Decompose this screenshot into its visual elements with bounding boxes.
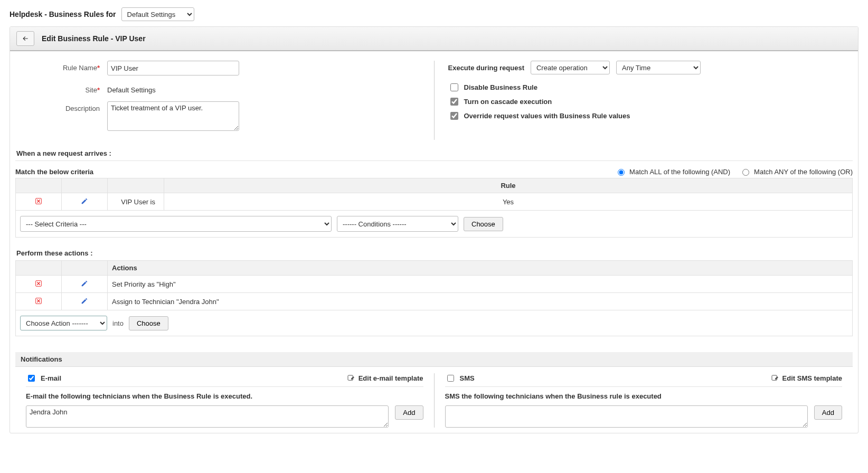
notifications-header: Notifications <box>15 352 853 367</box>
panel-title: Edit Business Rule - VIP User <box>42 34 146 43</box>
rule-name-label: Rule Name <box>63 64 97 72</box>
execute-time-select[interactable]: Any Time <box>616 61 701 74</box>
match-all-option[interactable]: Match ALL of the following (AND) <box>615 167 730 176</box>
delete-criteria-button[interactable] <box>33 196 44 206</box>
criteria-row: VIP User is Yes <box>16 193 853 211</box>
edit-email-template-label: Edit e-mail template <box>358 374 423 382</box>
site-select[interactable]: Default Settings <box>121 7 194 21</box>
delete-icon <box>34 197 43 205</box>
override-checkbox[interactable] <box>450 112 458 120</box>
arrow-left-icon <box>21 35 30 42</box>
back-button[interactable] <box>16 31 34 46</box>
match-criteria-label: Match the below criteria <box>15 168 93 176</box>
email-toggle-row[interactable]: E-mail <box>26 373 61 383</box>
sms-add-button[interactable]: Add <box>814 405 842 420</box>
action-row: Assign to Technician "Jendra John" <box>16 293 853 310</box>
disable-rule-checkbox[interactable] <box>450 83 458 91</box>
disable-rule-row[interactable]: Disable Business Rule <box>448 82 843 93</box>
execute-during-label: Execute during request <box>448 64 524 72</box>
select-criteria-dropdown[interactable]: --- Select Criteria --- <box>20 216 332 232</box>
sms-sub-label: SMS the following technicians when the B… <box>445 392 843 400</box>
site-value: Default Settings <box>107 83 156 94</box>
criteria-col-rule: Rule <box>164 178 853 193</box>
sms-technicians-textarea[interactable] <box>445 405 808 428</box>
edit-icon <box>80 279 89 288</box>
edit-sms-template-label: Edit SMS template <box>782 374 842 382</box>
action-choose-button[interactable]: Choose <box>129 316 168 330</box>
divider <box>15 160 853 161</box>
edit-email-template-link[interactable]: Edit e-mail template <box>347 374 423 383</box>
email-checkbox[interactable] <box>28 375 35 382</box>
sms-checkbox[interactable] <box>447 375 454 382</box>
actions-col-header: Actions <box>108 261 853 276</box>
actions-col-edit <box>62 261 108 276</box>
match-all-label: Match ALL of the following (AND) <box>629 168 730 176</box>
cascade-row[interactable]: Turn on cascade execution <box>448 96 843 107</box>
edit-icon <box>80 197 89 205</box>
match-any-label: Match ANY of the following (OR) <box>754 168 853 176</box>
cascade-label: Turn on cascade execution <box>464 98 552 106</box>
cascade-checkbox[interactable] <box>450 98 458 106</box>
edit-sms-template-link[interactable]: Edit SMS template <box>771 374 842 383</box>
edit-action-button[interactable] <box>79 296 90 306</box>
edit-template-icon <box>347 374 355 383</box>
required-star: * <box>97 86 100 94</box>
execute-operation-select[interactable]: Create operation <box>531 61 610 74</box>
email-sub-label: E-mail the following technicians when th… <box>26 392 423 400</box>
page-breadcrumb: Helpdesk - Business Rules for <box>10 10 116 18</box>
delete-icon <box>34 279 43 288</box>
edit-action-button[interactable] <box>79 279 90 288</box>
action-row: Set Priority as "High" <box>16 276 853 293</box>
criteria-value: Yes <box>164 193 853 211</box>
actions-add-bar: Choose Action ------- into Choose <box>15 310 853 336</box>
sms-label: SMS <box>460 374 475 382</box>
email-label: E-mail <box>41 374 61 382</box>
disable-rule-label: Disable Business Rule <box>464 83 537 91</box>
criteria-field: VIP User is <box>108 193 164 211</box>
match-any-radio[interactable] <box>742 169 749 176</box>
criteria-col-delete <box>16 178 62 193</box>
match-all-radio[interactable] <box>618 169 625 176</box>
criteria-add-bar: --- Select Criteria --- ------ Condition… <box>15 211 853 238</box>
match-any-option[interactable]: Match ANY of the following (OR) <box>740 167 853 176</box>
actions-label: Perform these actions : <box>16 249 853 257</box>
actions-table: Actions <box>15 260 853 310</box>
choose-action-dropdown[interactable]: Choose Action ------- <box>20 316 107 330</box>
rule-name-input[interactable] <box>107 61 239 75</box>
sms-toggle-row[interactable]: SMS <box>445 373 475 383</box>
criteria-col-blank <box>108 178 164 193</box>
description-textarea[interactable]: Ticket treatment of a VIP user. <box>107 101 239 131</box>
select-conditions-dropdown[interactable]: ------ Conditions ------ <box>337 216 458 232</box>
delete-action-button[interactable] <box>33 296 44 306</box>
action-text: Assign to Technician "Jendra John" <box>108 293 853 310</box>
criteria-table: Rule <box>15 178 853 211</box>
description-label: Description <box>65 105 100 112</box>
delete-icon <box>34 297 43 305</box>
edit-criteria-button[interactable] <box>79 196 90 206</box>
required-star: * <box>97 64 100 72</box>
override-row[interactable]: Override request values with Business Ru… <box>448 110 843 121</box>
criteria-col-edit <box>62 178 108 193</box>
edit-template-icon <box>771 374 779 383</box>
action-text: Set Priority as "High" <box>108 276 853 293</box>
criteria-choose-button[interactable]: Choose <box>464 217 503 231</box>
delete-action-button[interactable] <box>33 279 44 288</box>
email-add-button[interactable]: Add <box>395 405 423 420</box>
vertical-divider <box>434 61 435 140</box>
edit-icon <box>80 297 89 305</box>
email-technicians-textarea[interactable]: Jendra John <box>26 405 389 428</box>
actions-col-delete <box>16 261 62 276</box>
request-arrives-label: When a new request arrives : <box>16 149 853 157</box>
site-label: Site <box>86 86 97 94</box>
override-label: Override request values with Business Ru… <box>464 112 630 120</box>
into-label: into <box>112 319 124 327</box>
